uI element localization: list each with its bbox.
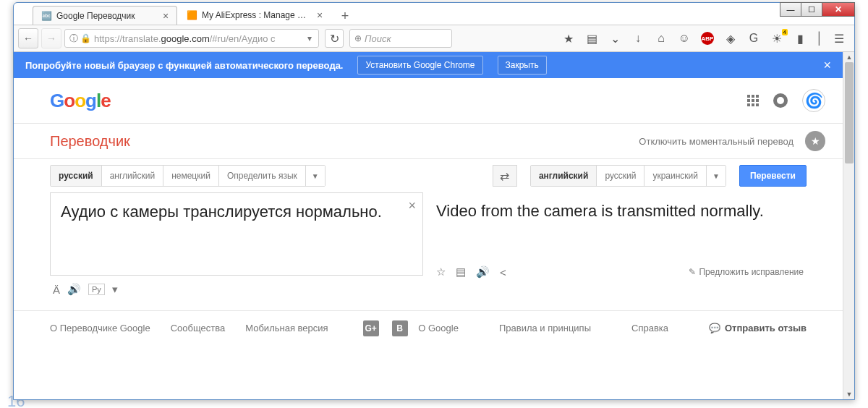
tab-strip: 🔤 Google Переводчик × 🟧 My AliExpress : … [14,3,854,25]
target-tools: ☆ ▤ 🔊 < ✎ Предложить исправление [433,261,807,283]
battery-icon[interactable]: ▮ [793,32,807,45]
tgt-lang-dropdown-icon[interactable]: ▼ [707,166,726,186]
tab-title: My AliExpress : Manage Or... [202,10,310,20]
smile-icon[interactable]: ☺ [678,32,691,45]
weather-icon[interactable]: ☀4 [770,32,783,45]
tab-favicon-icon: 🔤 [41,10,52,22]
translate-button[interactable]: Перевести [739,165,807,187]
pencil-icon: ✎ [689,267,696,277]
new-tab-button[interactable]: + [336,7,354,25]
source-lang-tabs: русский английский немецкий Определить я… [50,165,326,187]
scrollbar[interactable]: ▲ ▼ [843,52,854,399]
scroll-down-icon[interactable]: ▼ [843,389,854,399]
home-icon[interactable]: ⌂ [655,32,668,45]
copy-translation-icon[interactable]: ▤ [456,265,466,279]
send-feedback-link[interactable]: 💬 Отправить отзыв [709,323,807,333]
promo-close-icon[interactable]: × [823,58,831,73]
bookmark-star-icon[interactable]: ★ [562,32,575,45]
search-engine-icon: ⊕ [354,33,362,43]
src-lang-detect[interactable]: Определить язык [219,166,306,186]
footer-mobile[interactable]: Мобильная версия [245,323,328,333]
menu-icon[interactable]: ☰ [833,32,846,45]
target-panel: Video from the camera is transmitted nor… [433,192,807,300]
notifications-icon[interactable] [773,93,788,108]
language-bar: русский английский немецкий Определить я… [14,159,843,192]
special-chars-icon[interactable]: Ä [53,284,60,296]
clear-input-icon[interactable]: × [408,198,416,213]
source-textarea[interactable] [50,192,423,276]
close-promo-button[interactable]: Закрыть [498,56,547,75]
user-avatar[interactable]: 🌀 [802,89,825,112]
src-lang-german[interactable]: немецкий [163,166,219,186]
save-translation-icon[interactable]: ☆ [436,265,446,279]
source-panel: × Ä 🔊 Ру ▾ [50,192,423,300]
page-footer: О Переводчике Google Сообщества Мобильна… [14,310,843,345]
google-ext-icon[interactable]: G [747,32,760,45]
source-tools: Ä 🔊 Ру ▾ [50,279,423,300]
swap-languages-button[interactable]: ⇄ [493,165,517,187]
target-icon[interactable]: ◈ [724,32,737,45]
share-translation-icon[interactable]: < [500,266,506,279]
url-text: https://translate.google.com/#ru/en/Ауди… [91,33,304,44]
src-lang-russian[interactable]: русский [51,166,102,186]
browser-toolbar: ← → ⓘ 🔒 https://translate.google.com/#ru… [14,25,854,52]
browser-tab-aliexpress[interactable]: 🟧 My AliExpress : Manage Or... × [179,6,331,25]
src-lang-dropdown-icon[interactable]: ▼ [306,166,325,186]
translate-area: × Ä 🔊 Ру ▾ Video from the camera is tran… [14,192,843,300]
tgt-lang-russian[interactable]: русский [597,166,644,186]
install-chrome-button[interactable]: Установить Google Chrome [357,56,482,75]
separator-icon: │ [817,32,822,45]
search-box[interactable]: ⊕ Поиск [349,29,452,48]
browser-tab-translate[interactable]: 🔤 Google Переводчик × [33,6,177,25]
adblock-icon[interactable]: ABP [701,32,714,45]
tab-close-icon[interactable]: × [161,11,171,21]
downloads-icon[interactable]: ↓ [631,32,644,45]
src-lang-english[interactable]: английский [102,166,163,186]
blogger-icon[interactable]: B [392,320,408,336]
dropdown-icon[interactable]: ▾ [304,33,315,43]
search-placeholder: Поиск [365,33,391,44]
tab-title: Google Переводчик [56,11,156,21]
input-method-dropdown-icon[interactable]: ▾ [112,283,118,296]
google-apps-icon[interactable] [747,95,759,106]
app-title: Переводчик [50,133,130,150]
input-method-button[interactable]: Ру [88,284,105,295]
maximize-button[interactable]: ☐ [801,2,822,17]
google-header: Google 🌀 [14,78,843,123]
instant-translate-toggle[interactable]: Отключить моментальный перевод [639,136,793,147]
listen-translation-icon[interactable]: 🔊 [476,265,490,279]
reload-button[interactable]: ↻ [325,29,344,48]
url-bar[interactable]: ⓘ 🔒 https://translate.google.com/#ru/en/… [64,29,319,48]
listen-source-icon[interactable]: 🔊 [67,283,81,296]
tab-close-icon[interactable]: × [315,10,325,20]
reader-icon[interactable]: ▤ [585,32,598,45]
footer-help[interactable]: Справка [631,323,668,333]
phrasebook-icon[interactable]: ★ [805,131,825,151]
translation-output: Video from the camera is transmitted nor… [433,192,807,261]
tab-favicon-icon: 🟧 [186,9,197,21]
target-lang-tabs: английский русский украинский ▼ [530,165,726,187]
window-controls: — ☐ ✕ [780,2,855,18]
promo-text: Попробуйте новый браузер с функцией авто… [25,60,343,71]
suggest-edit-link[interactable]: ✎ Предложить исправление [689,267,804,277]
page-content: ▲ ▼ Попробуйте новый браузер с функцией … [14,52,854,399]
back-button[interactable]: ← [18,28,38,48]
footer-terms[interactable]: Правила и принципы [499,323,591,333]
footer-about-google[interactable]: О Google [418,323,459,333]
scrollbar-thumb[interactable] [845,62,854,163]
scroll-up-icon[interactable]: ▲ [843,52,854,62]
window-close-button[interactable]: ✕ [822,2,855,17]
tgt-lang-ukrainian[interactable]: украинский [644,166,707,186]
app-title-bar: Переводчик Отключить моментальный перево… [14,123,843,159]
footer-community[interactable]: Сообщества [171,323,226,333]
google-plus-icon[interactable]: G+ [363,320,379,336]
forward-button[interactable]: → [41,28,61,48]
footer-about-translate[interactable]: О Переводчике Google [50,323,150,333]
tgt-lang-english[interactable]: английский [531,166,597,186]
chrome-promo-banner: Попробуйте новый браузер с функцией авто… [14,52,843,78]
google-logo[interactable]: Google [50,90,111,112]
pocket-icon[interactable]: ⌄ [608,32,621,45]
minimize-button[interactable]: — [780,2,801,17]
browser-window: 🔤 Google Переводчик × 🟧 My AliExpress : … [13,2,855,400]
site-info-icon[interactable]: ⓘ [68,33,80,45]
